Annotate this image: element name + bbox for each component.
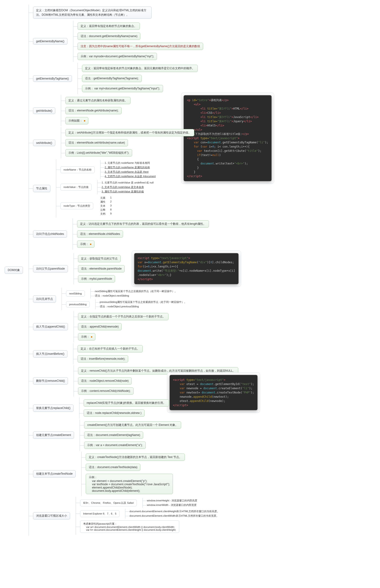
vp-ie-h: document.documentElement.clientHeight表示H…: [130, 510, 220, 513]
getAttribute-node: getAttribute(): [33, 107, 55, 114]
parentNode-node: 访问父节点parentNode: [33, 265, 68, 273]
cn-def: 定义：访问选定元素节点下的所有子节点的列表，返回的值可以看作是一个数组，他具有l…: [77, 220, 209, 228]
sa-def: 定义：setAttribute()方法增加一个指定名称和值的新属性，或者把一个现…: [65, 129, 194, 136]
gebn-syntax: 语法：document.getElementsByName(name): [77, 33, 141, 40]
rc-example: 示例：content.removeChild(childNode);: [78, 387, 133, 395]
gebtn-syntax: 语法：getElementsByTagName(Tagname);: [82, 75, 142, 82]
code-snippet-childnodes: <script type="text/javascript"> var x=do…: [132, 251, 241, 287]
appendChild-node: 插入节点appendChild(): [33, 323, 68, 330]
nodeType-node: nodeType：节点的类型: [60, 203, 93, 209]
ce-syntax: 语法：document.createElement(tagName): [84, 432, 143, 439]
pn-example: 示例：mylist.parentNode: [78, 275, 115, 282]
ac-example: 示例：: [78, 333, 95, 340]
sa-example: 示例：Lists[i].setAttribute("title","WEB前端技…: [65, 149, 132, 156]
connector-dot-icon: [90, 244, 91, 245]
ctn-syntax: 语法：document.createTextNode(data): [86, 464, 140, 471]
rc-syntax: 语法：nodeObject.removeChild(node): [78, 377, 132, 385]
rpc-syntax: 语法：node.replaceChild(newnode,oldnew ): [84, 409, 145, 417]
createElement-node: 创建元素节点createElement: [33, 432, 74, 439]
mindmap-root: DOM对象 定义：文档对象模型DOM（DocumentObjectModel）定…: [5, 5, 375, 536]
nodeValue-node: nodeValue：节点的值: [60, 184, 92, 190]
ctn-def: 定义：createTextNode()方法创建新的文本节点，返回新创建的 Tex…: [86, 454, 185, 461]
nv-3: 3. 属性节点的 nodeValue 是属性的值: [102, 190, 154, 193]
viewport-node: 浏览器窗口可视区域大小: [33, 512, 70, 520]
connector-dot-icon: [91, 336, 92, 338]
getElementsByTagName-node: getElementsByTagName(): [33, 75, 72, 82]
pn-def: 定义：获取指定节点的父节点: [78, 255, 121, 262]
nn-4: 4. 文档节点的 nodeName 永远是 #document: [105, 175, 156, 178]
gebn-def: 定义：返回带有指定名称的节点对象的集合。: [77, 22, 140, 30]
root-node: DOM对象: [5, 267, 23, 274]
nv-2: 2. 文本节点的 nodeValue 是文本自身: [102, 185, 154, 189]
vp-compat: 考虑兼容性的javascript方案： var w= document.docu…: [80, 520, 179, 533]
nn-1: 1. 元素节点的 nodeName 与标签名相同: [105, 161, 156, 165]
vp-modern: IE9+、Chrome、Firefox、Opera 以及 Safari: [80, 500, 137, 506]
vp-modern-w: window.innerWidth - 浏览器窗口的内部宽度: [147, 503, 197, 507]
ctn-example: 示例： var element = document.createElement…: [86, 474, 173, 494]
previousSibling-node: previousSibling: [66, 301, 90, 307]
gebn-example: 示例：var mynode=document.getElementsByName…: [77, 53, 157, 60]
ib-def: 定义：在已有的子节点前插入一个新的子节点。: [77, 345, 143, 352]
ns-syntax: 语法：nodeObject.nextSibling: [95, 294, 177, 297]
nodetype-table: 元素1 属性2 文本3 注释8 文档9: [98, 195, 114, 217]
cn-syntax: 语法：elementNode.childNodes: [77, 231, 123, 238]
gebtn-example: 示例： var myI=document.getElementsByTagNam…: [82, 85, 163, 92]
pn-syntax: 语法：elementNode.parentNode: [78, 265, 125, 273]
createTextNode-node: 创建文本节点createTextNode: [33, 470, 76, 478]
sa-syntax: 语法：elementNode.setAttribute(name,value): [65, 139, 128, 147]
nn-3: 3. 文本节点的 nodeName 永远是 #text: [105, 170, 156, 174]
vp-ie-w: document.documentElement.clientWidth表示HT…: [130, 514, 220, 518]
insertBefore-node: 插入节点insertBefore(): [33, 350, 67, 357]
intro-node: 定义：文档对象模型DOM（DocumentObjectModel）定义访问和处理…: [33, 7, 152, 19]
nn-2: 2. 属性节点的 nodeName 是属性的名称: [105, 166, 156, 169]
childNodes-node: 访问子结点childNodes: [33, 231, 67, 238]
ps-syntax: 语法：nodeObject.previousSibling: [100, 305, 187, 308]
ac-syntax: 语法：appendChild(newnode): [78, 323, 122, 330]
cn-example: 示例：: [77, 240, 95, 248]
ga-def: 定义：通过元素节点的属性名称获取属性的值。: [65, 97, 131, 104]
ps-def: previousSibling属性可返回某个节点之前紧跟的节点（处于同一树层级中…: [100, 300, 187, 304]
ac-def: 定义：在指定节点的最后一个子节点列表之后添加一个新的子节点。: [78, 313, 169, 320]
replaceChild-node: 替换元素节点replaceChild(): [33, 404, 74, 412]
ga-example: 示例如图：: [65, 117, 88, 124]
ce-example: 示例：var a = document.createElement("a");: [84, 441, 146, 449]
connector-dot-icon: [84, 120, 85, 122]
ns-def: nextSibling属性可返回某个节点之后紧跟的节点（处于同一树层级中）。: [95, 290, 177, 293]
ib-syntax: 语法：insertBefore(newnode,node);: [77, 355, 128, 362]
siblings-node: 访问兄弟节点: [33, 295, 56, 303]
gebtn-def: 定义：返回带有指定标签名的节点对象的集合。返回元素的顺序是它们在文档中的顺序。: [82, 65, 198, 72]
gebn-note: 注意：因为文档中的name属性可能不唯一，所有getElementsByName…: [77, 43, 203, 50]
rpc-def: replaceChild实现子节点(对象)的替换。返回被替换对象的引用。: [84, 399, 169, 407]
node-props-node: 节点属性: [33, 185, 50, 192]
nodeName-node: nodeName：节点的名称: [60, 166, 95, 173]
vp-ie: Internet Explorer 8、7、6、5: [80, 510, 119, 517]
vp-modern-h: window.innerHeight - 浏览器窗口的内部高度: [147, 499, 197, 502]
getElementsByName-node: getElementsByName(): [33, 38, 67, 44]
removeChild-node: 删除节点removeChild(): [33, 377, 68, 385]
nv-1: 1. 元素节点的 nodeValue 是 undefined 或 null: [102, 181, 154, 184]
ce-def: createElement()方法可创建元素节点。此方法可返回一个 Elemen…: [84, 421, 181, 429]
setAttribute-node: setAttribute(): [33, 140, 55, 146]
ga-syntax: 语法：elementNode.getAttribute(name);: [65, 107, 121, 114]
nextSibling-node: nextSibling: [66, 291, 85, 296]
